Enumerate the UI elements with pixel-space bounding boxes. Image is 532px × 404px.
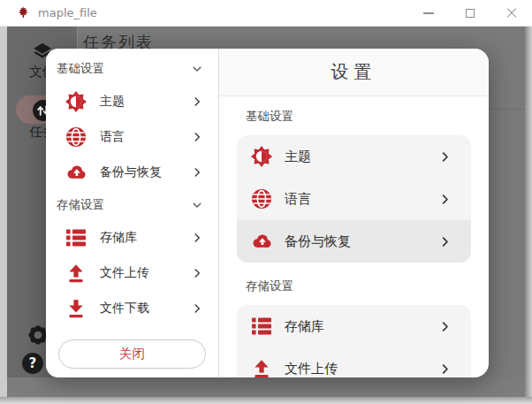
- drawer-item-backup[interactable]: 备份与恢复: [46, 155, 218, 190]
- chevron-right-icon: [191, 302, 203, 315]
- drawer-item-theme[interactable]: 主题: [46, 84, 218, 119]
- chevron-down-icon: [191, 63, 203, 75]
- help-icon[interactable]: ?: [21, 352, 44, 375]
- settings-panel-header: 设置: [219, 49, 489, 96]
- drawer-item-language[interactable]: 语言: [46, 119, 218, 155]
- panel-item-repository[interactable]: 存储库: [237, 305, 471, 347]
- panel-item-theme[interactable]: 主题: [237, 135, 471, 178]
- panel-item-backup[interactable]: 备份与恢复: [237, 220, 471, 263]
- settings-drawer: 基础设置 主题 语言 备份与恢复 存储设置: [46, 49, 219, 377]
- drawer-item-theme-label: 主题: [100, 94, 125, 110]
- upload-icon: [251, 358, 272, 377]
- drawer-item-download[interactable]: 文件下载: [46, 291, 218, 326]
- maple-leaf-icon: [15, 5, 31, 21]
- settings-modal: 基础设置 主题 语言 备份与恢复 存储设置: [46, 49, 489, 377]
- panel-item-backup-label: 备份与恢复: [285, 233, 351, 250]
- minimize-button[interactable]: [407, 0, 449, 27]
- drawer-item-repository-label: 存储库: [100, 230, 137, 246]
- drawer-item-language-label: 语言: [100, 129, 125, 145]
- chevron-right-icon: [191, 232, 203, 244]
- chevron-right-icon: [438, 193, 452, 206]
- drawer-section-storage-label: 存储设置: [57, 197, 104, 213]
- panel-section-basic-label: 基础设置: [246, 109, 471, 125]
- maximize-icon: [466, 9, 475, 18]
- close-icon: [506, 8, 517, 19]
- settings-panel: 设置 基础设置 主题 语言: [219, 49, 489, 377]
- panel-section-storage-label: 存储设置: [246, 278, 471, 294]
- window-edge-bottom: [0, 397, 532, 404]
- background-divider: [489, 109, 525, 110]
- chevron-right-icon: [191, 95, 203, 108]
- panel-item-repository-label: 存储库: [285, 318, 324, 335]
- panel-item-language-label: 语言: [285, 191, 311, 208]
- upload-icon: [65, 263, 87, 284]
- drawer-section-storage[interactable]: 存储设置: [46, 190, 218, 220]
- panel-item-upload-label: 文件上传: [285, 361, 338, 377]
- app-window: 文件 任务 ? 任务列表 基础设置 主题 语言: [0, 0, 532, 404]
- drawer-item-download-label: 文件下载: [100, 301, 149, 316]
- chevron-right-icon: [438, 150, 452, 164]
- chevron-right-icon: [191, 166, 203, 179]
- storage-icon: [251, 316, 272, 337]
- chevron-right-icon: [438, 320, 452, 333]
- close-window-button[interactable]: [490, 0, 532, 27]
- chevron-right-icon: [191, 131, 203, 143]
- globe-icon: [251, 188, 272, 210]
- chevron-right-icon: [191, 267, 203, 279]
- drawer-section-basic[interactable]: 基础设置: [46, 54, 218, 84]
- panel-item-language[interactable]: 语言: [237, 178, 471, 220]
- cloud-upload-icon: [251, 231, 272, 252]
- close-button[interactable]: 关闭: [58, 339, 206, 369]
- settings-title: 设置: [331, 60, 377, 84]
- drawer-item-backup-label: 备份与恢复: [100, 164, 162, 180]
- cloud-upload-icon: [65, 162, 87, 183]
- window-edge-right: [525, 27, 532, 404]
- drawer-item-repository[interactable]: 存储库: [46, 220, 218, 255]
- svg-text:?: ?: [29, 355, 37, 371]
- chevron-right-icon: [438, 362, 452, 376]
- theme-icon: [65, 91, 87, 112]
- minimize-icon: [423, 12, 434, 13]
- background-bottom-bar: [7, 377, 525, 397]
- theme-icon: [251, 146, 272, 167]
- chevron-right-icon: [438, 235, 452, 248]
- panel-item-upload[interactable]: 文件上传: [237, 347, 471, 377]
- window-edge-left: [0, 27, 7, 404]
- drawer-item-upload-label: 文件上传: [100, 265, 149, 281]
- drawer-item-upload[interactable]: 文件上传: [46, 255, 218, 291]
- panel-item-theme-label: 主题: [285, 149, 311, 165]
- settings-panel-body: 基础设置 主题 语言 备份与恢复: [219, 96, 489, 377]
- download-icon: [65, 298, 87, 319]
- globe-icon: [65, 126, 87, 148]
- maximize-button[interactable]: [449, 0, 490, 27]
- storage-icon: [65, 227, 87, 248]
- settings-card-storage: 存储库 文件上传: [237, 305, 471, 377]
- chevron-down-icon: [191, 199, 203, 211]
- titlebar: maple_file: [0, 0, 532, 27]
- window-title: maple_file: [38, 6, 97, 19]
- settings-card-basic: 主题 语言 备份与恢复: [237, 135, 471, 263]
- drawer-section-basic-label: 基础设置: [57, 61, 104, 77]
